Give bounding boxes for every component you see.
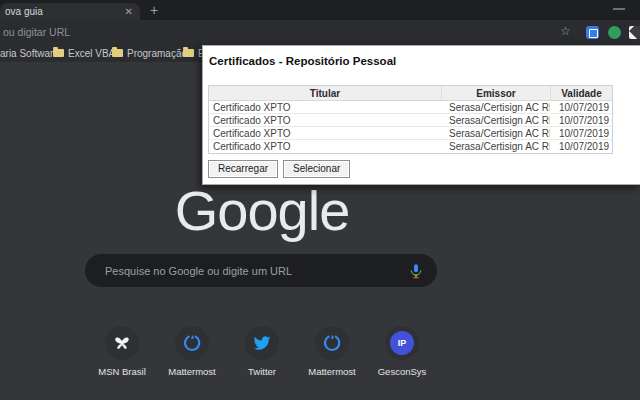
twitter-bird-icon	[245, 326, 279, 360]
cell-emissor: Serasa/Certisign AC RFB	[441, 127, 550, 139]
new-tab-button[interactable]: +	[145, 2, 163, 19]
shortcut-label: Mattermost	[308, 366, 356, 377]
folder-icon	[53, 49, 64, 57]
gesconsys-ip-icon: IP	[385, 326, 419, 360]
select-button[interactable]: Selecionar	[283, 160, 350, 178]
shortcut-label: Mattermost	[168, 366, 216, 377]
tab-title: ova guia	[0, 6, 118, 17]
shortcut-label: GesconSys	[378, 366, 427, 377]
certificates-table: Titular Emissor Validade Certificado XPT…	[208, 85, 613, 154]
profile-extension-icon[interactable]	[629, 26, 640, 39]
bookmark-item[interactable]: Programação	[112, 44, 187, 62]
shortcut-mattermost-1[interactable]: Mattermost	[157, 326, 227, 377]
blue-extension-icon[interactable]	[586, 26, 599, 39]
table-row[interactable]: Certificado XPTO Serasa/Certisign AC RFB…	[209, 140, 612, 153]
voice-search-icon[interactable]	[408, 263, 424, 279]
tab-close-icon[interactable]: ✕	[118, 6, 140, 17]
bookmark-item[interactable]: aria Software	[0, 44, 59, 62]
shortcut-twitter[interactable]: Twitter	[227, 326, 297, 377]
mattermost-icon	[175, 326, 209, 360]
cell-validade: 10/07/2019	[550, 114, 612, 126]
ip-badge: IP	[390, 331, 414, 355]
shortcut-gesconsys[interactable]: IP GesconSys	[367, 326, 437, 377]
cell-titular: Certificado XPTO	[209, 101, 441, 113]
search-placeholder: Pesquise no Google ou digite um URL	[85, 265, 408, 277]
minimize-dash	[613, 8, 625, 10]
tab-nova-guia[interactable]: ova guia ✕	[0, 3, 140, 20]
header-emissor[interactable]: Emissor	[441, 86, 550, 100]
cell-emissor: Serasa/Certisign AC RFB	[441, 114, 550, 126]
browser-window: ova guia ✕ + ou digitar URL ☆ aria Softw…	[0, 0, 640, 400]
header-validade[interactable]: Validade	[550, 86, 612, 100]
bookmark-star-icon[interactable]: ☆	[560, 24, 571, 38]
reload-button[interactable]: Recarregar	[208, 160, 278, 178]
cell-validade: 10/07/2019	[550, 101, 612, 113]
cell-validade: 10/07/2019	[550, 140, 612, 153]
shortcut-label: MSN Brasil	[98, 366, 146, 377]
msn-butterfly-icon	[105, 326, 139, 360]
dialog-buttons: Recarregar Selecionar	[208, 160, 350, 178]
header-titular[interactable]: Titular	[209, 86, 441, 100]
table-row[interactable]: Certificado XPTO Serasa/Certisign AC RFB…	[209, 127, 612, 140]
bookmark-label: aria Software	[0, 48, 59, 59]
table-header-row: Titular Emissor Validade	[209, 86, 612, 101]
bookmark-label: Excel VBA	[68, 48, 115, 59]
certificates-dialog: Certificados - Repositório Pessoal Titul…	[202, 45, 640, 185]
bookmark-label: Programação	[127, 48, 187, 59]
shortcut-mattermost-2[interactable]: Mattermost	[297, 326, 367, 377]
cell-titular: Certificado XPTO	[209, 127, 441, 139]
cell-titular: Certificado XPTO	[209, 114, 441, 126]
shortcut-tiles: MSN Brasil Mattermost Twitter	[87, 326, 437, 377]
search-box[interactable]: Pesquise no Google ou digite um URL	[85, 254, 437, 287]
table-row[interactable]: Certificado XPTO Serasa/Certisign AC RFB…	[209, 101, 612, 114]
cell-validade: 10/07/2019	[550, 127, 612, 139]
cell-emissor: Serasa/Certisign AC RFB	[441, 140, 550, 153]
green-extension-icon[interactable]	[608, 26, 621, 39]
toolbar: ou digitar URL ☆	[0, 20, 640, 44]
cell-emissor: Serasa/Certisign AC RFB	[441, 101, 550, 113]
table-row[interactable]: Certificado XPTO Serasa/Certisign AC RFB…	[209, 114, 612, 127]
dialog-title: Certificados - Repositório Pessoal	[209, 55, 396, 67]
folder-icon	[112, 49, 123, 57]
shortcut-msn-brasil[interactable]: MSN Brasil	[87, 326, 157, 377]
cell-titular: Certificado XPTO	[209, 140, 441, 153]
mattermost-icon	[315, 326, 349, 360]
google-logo: Google	[112, 178, 412, 243]
bookmark-item[interactable]: Excel VBA	[53, 44, 115, 62]
tab-strip: ova guia ✕ +	[0, 0, 640, 20]
omnibox-input[interactable]: ou digitar URL	[3, 26, 70, 38]
shortcut-label: Twitter	[248, 366, 276, 377]
folder-icon	[183, 49, 194, 57]
